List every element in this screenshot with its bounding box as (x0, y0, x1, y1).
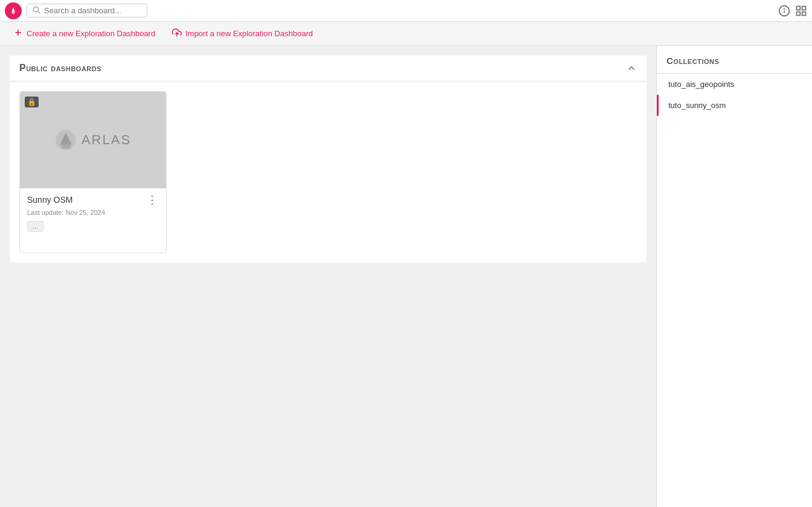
content-layout: Public dashboards 🔒 (0, 46, 812, 507)
topbar (0, 0, 812, 22)
card-title-row: Sunny OSM ⋮ (27, 193, 159, 206)
collection-item-label: tuto_sunny_osm (668, 101, 726, 110)
section-title: Public dashboards (19, 63, 101, 74)
search-box[interactable] (27, 4, 147, 18)
create-dashboard-button[interactable]: Create a new Exploration Dashboard (10, 25, 159, 42)
info-button[interactable] (778, 5, 790, 17)
topbar-right-actions (778, 5, 807, 17)
collapse-button[interactable] (626, 63, 637, 74)
main-panel: Public dashboards 🔒 (0, 46, 656, 507)
svg-line-2 (38, 11, 40, 13)
svg-point-1 (33, 7, 38, 11)
plus-icon (13, 28, 23, 40)
section-content: 🔒 ARLAS (10, 81, 647, 263)
card-thumbnail: 🔒 ARLAS (20, 92, 166, 188)
collection-item-label: tuto_ais_geopoints (668, 80, 734, 89)
toolbar: Create a new Exploration Dashboard Impor… (0, 22, 812, 46)
card-menu-button[interactable]: ⋮ (145, 193, 159, 206)
svg-rect-8 (797, 11, 801, 15)
card-logo: ARLAS (55, 129, 131, 151)
card-tag: ... (27, 221, 43, 232)
card-subtitle: Last update: Nov 25, 2024 (27, 209, 159, 216)
section-header: Public dashboards (10, 56, 647, 81)
card-title: Sunny OSM (27, 195, 72, 205)
svg-rect-7 (802, 6, 806, 10)
grid-button[interactable] (795, 5, 807, 17)
dashboard-card[interactable]: 🔒 ARLAS (19, 91, 167, 253)
svg-rect-6 (797, 6, 801, 10)
upload-icon (172, 28, 182, 40)
app-logo[interactable] (5, 2, 22, 19)
lock-icon: 🔒 (25, 97, 39, 107)
search-input[interactable] (44, 6, 142, 15)
import-dashboard-button[interactable]: Import a new Exploration Dashboard (168, 25, 316, 42)
right-sidebar: Collections tuto_ais_geopoints tuto_sunn… (656, 46, 812, 507)
public-dashboards-section: Public dashboards 🔒 (10, 56, 647, 263)
card-body: Sunny OSM ⋮ Last update: Nov 25, 2024 ..… (20, 188, 166, 239)
collection-item-tuto-ais-geopoints[interactable]: tuto_ais_geopoints (657, 74, 812, 95)
import-label: Import a new Exploration Dashboard (185, 29, 313, 38)
card-logo-text: ARLAS (82, 132, 131, 148)
create-label: Create a new Exploration Dashboard (27, 29, 155, 38)
collection-item-tuto-sunny-osm[interactable]: tuto_sunny_osm (657, 95, 812, 116)
search-icon (32, 5, 40, 16)
collections-title: Collections (657, 46, 812, 74)
main-content: Create a new Exploration Dashboard Impor… (0, 22, 812, 507)
svg-rect-9 (802, 11, 806, 15)
